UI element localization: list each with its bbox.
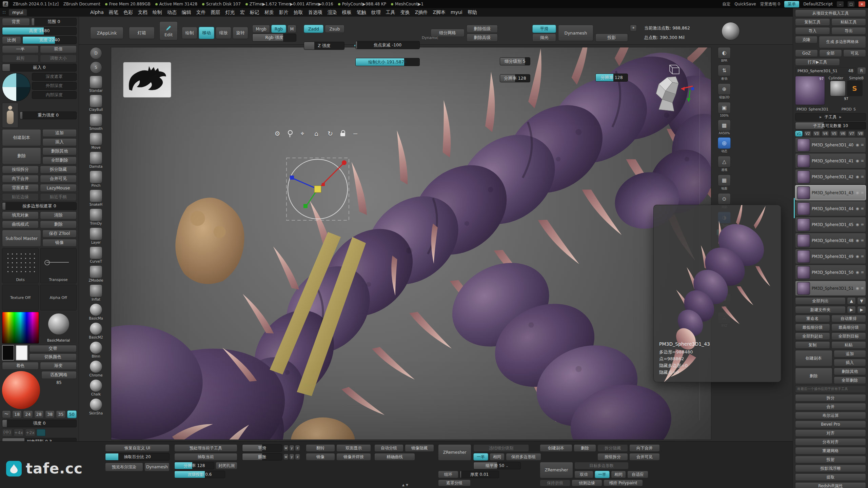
insert-button[interactable]: 插入 <box>42 138 77 146</box>
dynamesh-resolution-slider[interactable]: 分辨率 128 <box>174 462 214 469</box>
embed-slider[interactable]: 嵌入 0 <box>2 64 77 72</box>
brush-item[interactable]: TrimDy <box>90 208 102 225</box>
pin-icon[interactable] <box>287 130 293 137</box>
background-transparency[interactable]: 背景透明 0 <box>760 1 780 7</box>
subtool-row[interactable]: PM3D_Sphere3D1_49◉≡ <box>795 249 866 264</box>
brush-item[interactable]: Smooth <box>90 114 103 130</box>
folder-collapse-button[interactable]: ▶ <box>847 306 856 313</box>
zremesher-button-2[interactable]: ZRemesher <box>540 462 573 478</box>
curve-delete-button[interactable]: 删除 <box>40 221 77 228</box>
brush-item[interactable]: ClayBuil <box>89 95 103 111</box>
subtool-row[interactable]: PM3D_Sphere3D1_44◉≡ <box>795 201 866 216</box>
bevel-pro-button[interactable]: Bevel Pro <box>795 421 866 428</box>
dynamesh-button-2[interactable]: Dynamesh <box>144 463 170 471</box>
home-icon[interactable]: ⌂ <box>312 130 320 137</box>
mirror-button-2[interactable]: 镜像 <box>306 453 335 461</box>
target-polycount-button[interactable]: 目标多边形数 <box>574 462 629 469</box>
zadd-button[interactable]: Zadd <box>304 25 323 33</box>
menu-item-draw[interactable]: 绘制 <box>153 9 162 16</box>
camera-orientation-widget[interactable] <box>652 64 696 115</box>
subtool-menu-icon[interactable]: ≡ <box>861 190 864 195</box>
material-thumbnail[interactable]: BasicMaterial <box>40 312 77 343</box>
curve-mode-button[interactable]: 曲线模式 <box>2 221 39 228</box>
merge-down-button[interactable]: 向下合并 <box>2 175 39 183</box>
material-item[interactable]: SkinSha <box>89 398 103 415</box>
viewport-canvas[interactable]: ⚙ ⌖ ⌂ ↻ − <box>111 47 711 440</box>
menu-item-light[interactable]: 灯光 <box>225 9 235 16</box>
stroke-size-28[interactable]: 28 <box>34 410 44 418</box>
menu-button[interactable]: 菜单 <box>784 1 799 7</box>
visibility-eye-icon[interactable]: ◉ <box>856 143 859 147</box>
menu-item-preferences[interactable]: 首选项 <box>308 9 322 16</box>
menu-item-zplugin[interactable]: Z插件 <box>415 9 428 16</box>
highest-sdiv-button[interactable]: 最高细分级 <box>831 324 866 331</box>
align-button[interactable]: 对齐 <box>795 429 866 437</box>
sub-projection-slider[interactable]: 次级投影 0.6 <box>174 471 225 478</box>
user-menu-tab[interactable]: myui <box>9 9 26 16</box>
alpha-off-thumbnail[interactable]: Alpha Off <box>40 285 77 310</box>
marker-icon[interactable]: ⌖ <box>298 129 307 137</box>
transpose-thumbnail[interactable]: Transpose <box>40 248 77 283</box>
menu-item-stroke[interactable]: 笔触 <box>357 9 366 16</box>
shelf-actual-button[interactable]: ▣100% <box>718 102 731 117</box>
menu-item-color[interactable]: 色彩 <box>123 9 133 16</box>
mini-mid-button[interactable]: (中) <box>2 429 12 436</box>
recent-tool-thumbnail-simplebrush[interactable]: S <box>847 81 863 96</box>
rotate-mode-button[interactable]: 旋转 <box>233 27 248 39</box>
delete-subtool-button[interactable]: 删除 <box>795 368 832 384</box>
stroke-size-24[interactable]: 24 <box>23 410 33 418</box>
shelf-bpr-button[interactable]: ◐BPR <box>718 47 731 62</box>
subtool-scroll-indicator[interactable] <box>794 198 795 218</box>
duplicate-button[interactable]: 创建副本 <box>2 129 41 146</box>
insert-subtool-button[interactable]: 插入 <box>834 359 866 366</box>
sdiv-level-slider[interactable]: 细分级别 5 <box>500 57 530 65</box>
move-up-button[interactable]: ▲ <box>847 297 856 305</box>
deform-smooth-slider[interactable]: 平滑 <box>242 444 282 452</box>
redshift-attributes-button[interactable]: Redshift属性 <box>795 482 866 488</box>
material-item[interactable]: Chrome <box>89 360 102 377</box>
depth-mask-slider[interactable]: 深度遮罩 <box>32 73 77 81</box>
brush-item[interactable]: Pinch <box>90 170 102 187</box>
brush-item[interactable]: Layer <box>90 227 102 244</box>
star-button[interactable]: * <box>630 25 637 32</box>
subtool-menu-icon[interactable]: ≡ <box>861 254 864 259</box>
project-relief-button[interactable]: 投影浅浮雕 <box>795 465 866 472</box>
pro-button[interactable]: 比例 <box>2 36 21 44</box>
move-mode-button[interactable]: 移动 <box>199 27 214 39</box>
subtool-menu-icon[interactable]: ≡ <box>861 286 864 290</box>
shelf-dynamic-button[interactable]: ◎动态 <box>718 137 731 154</box>
delete-all-button[interactable]: 全部删除 <box>42 157 77 164</box>
visibility-eye-icon[interactable]: ◉ <box>856 190 859 195</box>
focal-shift-slider[interactable]: 焦点衰减 -100 <box>355 41 420 49</box>
resolution-slider-b[interactable]: 分辨率 128 <box>595 74 628 82</box>
doc-width-slider[interactable]: 宽度 2240 <box>22 36 77 44</box>
delete-other-subtool-button[interactable]: 删除其他 <box>834 368 866 375</box>
zr2-double-button[interactable]: 双倍 <box>574 471 593 478</box>
colorize-button[interactable]: 着色 <box>2 362 39 370</box>
scroll-hint[interactable]: ▲ ▼ <box>402 483 408 487</box>
customize-button[interactable]: 自定 <box>722 1 730 7</box>
distribute-align-button[interactable]: 分布对齐 <box>795 438 866 446</box>
minus-icon[interactable]: − <box>351 130 359 137</box>
subtool-tab-v8[interactable]: V8 <box>857 131 864 137</box>
restore-button[interactable]: R <box>857 67 866 75</box>
flip-button[interactable]: 翻转 <box>306 444 335 452</box>
folder-expand-button[interactable]: ▶ <box>857 306 866 313</box>
detect-edges-button[interactable]: 侦测边缘 <box>572 480 602 486</box>
current-tool-bar[interactable]: PM3D_Sphere3D1_51 48 <box>795 67 856 75</box>
rgb-button[interactable]: Rgb <box>271 25 286 33</box>
decimate-current-button[interactable]: 抽取当前 <box>174 453 237 461</box>
brush-item[interactable]: Standar <box>89 76 102 93</box>
stroke-size-38[interactable]: 38 <box>45 410 55 418</box>
smooth-y-toggle[interactable]: y <box>289 445 294 451</box>
make-polymesh-button[interactable]: 生成 多边形网格体 <box>819 36 866 48</box>
close-button[interactable]: ✕ <box>859 1 865 7</box>
switch-colors-button[interactable]: 交替 <box>29 345 77 352</box>
menu-item-texture[interactable]: 纹理 <box>371 9 381 16</box>
scroll-down-icon[interactable]: ▼ <box>406 483 408 487</box>
lightbox-button[interactable]: 灯箱 <box>129 27 155 39</box>
subtool-tab-v1[interactable]: V1 <box>795 131 803 137</box>
shelf-scroll-button[interactable]: ⇅卷动 <box>718 65 731 81</box>
split-groups-button[interactable]: 按组拆分 <box>2 166 39 174</box>
split-hidden-button[interactable]: 拆分隐藏 <box>40 166 77 174</box>
